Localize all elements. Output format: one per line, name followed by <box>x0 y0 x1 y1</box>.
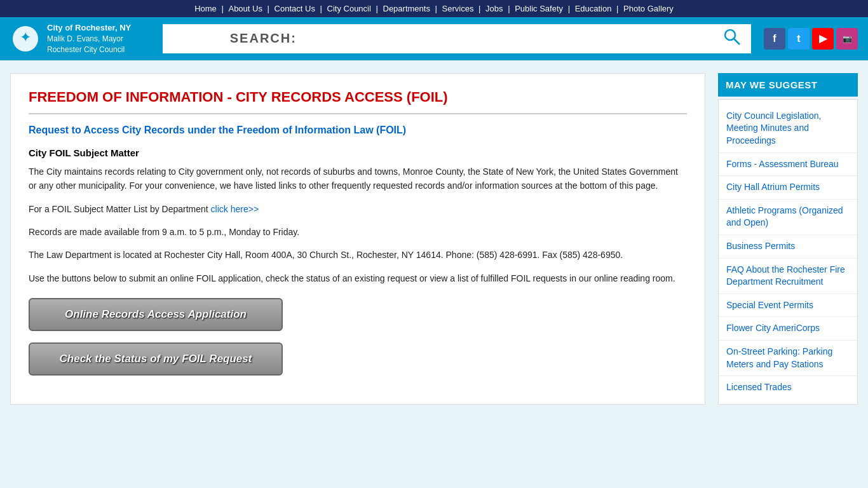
para1: The City maintains records relating to C… <box>29 165 687 193</box>
para4: The Law Department is located at Rochest… <box>29 248 687 262</box>
para5: Use the buttons below to submit an onlin… <box>29 271 687 285</box>
svg-line-3 <box>734 39 740 44</box>
page-title: FREEDOM OF INFORMATION - CITY RECORDS AC… <box>29 89 687 114</box>
sidebar-link-athletic-programs[interactable]: Athletic Programs (Organized and Open) <box>719 200 857 235</box>
nav-education[interactable]: Education <box>575 4 612 13</box>
sidebar-link-business-permits[interactable]: Business Permits <box>719 235 857 259</box>
para2-prefix: For a FOIL Subject Matter List by Depart… <box>29 204 211 214</box>
search-icon <box>723 28 741 46</box>
svg-point-2 <box>725 30 735 40</box>
nav-home[interactable]: Home <box>194 4 217 13</box>
social-icons: f t ▶ 📷 <box>764 28 858 50</box>
sidebar-link-on-street-parking[interactable]: On-Street Parking: Parking Meters and Pa… <box>719 341 857 376</box>
search-bar: SEARCH: <box>163 24 751 53</box>
youtube-icon[interactable]: ▶ <box>812 28 834 50</box>
top-navigation: Home | About Us | Contact Us | City Coun… <box>0 0 868 17</box>
nav-contact-us[interactable]: Contact Us <box>275 4 315 13</box>
sidebar-link-forms-assessment[interactable]: Forms - Assessment Bureau <box>719 153 857 177</box>
nav-public-safety[interactable]: Public Safety <box>515 4 563 13</box>
main-wrapper: FREEDOM OF INFORMATION - CITY RECORDS AC… <box>0 60 868 417</box>
city-logo-icon: ✦ <box>10 24 41 54</box>
sidebar-link-special-event-permits[interactable]: Special Event Permits <box>719 294 857 318</box>
nav-city-council[interactable]: City Council <box>327 4 371 13</box>
logo-area: ✦ City of Rochester, NY Malik D. Evans, … <box>10 22 150 55</box>
content-area: FREEDOM OF INFORMATION - CITY RECORDS AC… <box>10 73 705 405</box>
nav-services[interactable]: Services <box>442 4 474 13</box>
para3: Records are made available from 9 a.m. t… <box>29 225 687 239</box>
sidebar: MAY WE SUGGEST City Council Legislation,… <box>718 73 858 405</box>
sidebar-link-faq-fire[interactable]: FAQ About the Rochester Fire Department … <box>719 259 857 294</box>
nav-about-us[interactable]: About Us <box>228 4 262 13</box>
nav-departments[interactable]: Departments <box>383 4 430 13</box>
foil-request-link[interactable]: Request to Access City Records under the… <box>29 125 687 136</box>
twitter-icon[interactable]: t <box>788 28 810 50</box>
search-button[interactable] <box>723 28 741 50</box>
click-here-link[interactable]: click here>> <box>211 204 259 214</box>
search-input[interactable] <box>362 33 723 44</box>
sidebar-title: MAY WE SUGGEST <box>718 73 858 97</box>
nav-jobs[interactable]: Jobs <box>485 4 503 13</box>
check-status-button[interactable]: Check the Status of my FOIL Request <box>29 342 283 376</box>
site-header: ✦ City of Rochester, NY Malik D. Evans, … <box>0 17 868 60</box>
facebook-icon[interactable]: f <box>764 28 785 50</box>
nav-photo-gallery[interactable]: Photo Gallery <box>623 4 674 13</box>
sidebar-link-flower-city-americorps[interactable]: Flower City AmeriCorps <box>719 317 857 341</box>
section-heading: City FOIL Subject Matter <box>29 147 687 158</box>
instagram-icon[interactable]: 📷 <box>836 28 858 50</box>
para2: For a FOIL Subject Matter List by Depart… <box>29 202 687 216</box>
sidebar-link-licensed-trades[interactable]: Licensed Trades <box>719 376 857 399</box>
sidebar-link-city-hall-atrium[interactable]: City Hall Atrium Permits <box>719 176 857 200</box>
sidebar-links: City Council Legislation, Meeting Minute… <box>718 99 858 405</box>
online-records-button[interactable]: Online Records Access Application <box>29 298 283 331</box>
logo-text: City of Rochester, NY Malik D. Evans, Ma… <box>47 22 131 55</box>
svg-text:✦: ✦ <box>20 29 31 45</box>
search-label: SEARCH: <box>173 31 354 46</box>
sidebar-link-city-council-legislation[interactable]: City Council Legislation, Meeting Minute… <box>719 105 857 153</box>
